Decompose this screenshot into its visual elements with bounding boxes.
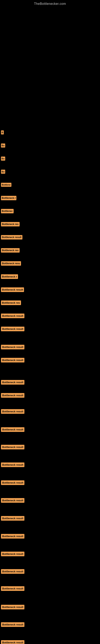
bottleneck-item: B bbox=[1, 130, 4, 134]
bottleneck-item: Bottleneck result bbox=[1, 345, 24, 349]
bottleneck-item: Bottleneck r bbox=[1, 274, 18, 279]
bottleneck-item: Bottleneck result bbox=[1, 622, 24, 627]
bottleneck-item: Bottleneck result bbox=[1, 235, 22, 240]
bottleneck-item: Bottleneck result bbox=[1, 586, 24, 591]
bottleneck-item: Bottlenec bbox=[1, 209, 14, 213]
bottleneck-item: Bottleneck res bbox=[1, 300, 21, 305]
bottleneck-item: Bottleneck result bbox=[1, 640, 24, 644]
bottleneck-item: Bottleneck result bbox=[1, 516, 24, 521]
bottleneck-item: Bottleneck r bbox=[1, 196, 16, 200]
bottleneck-item: Bo bbox=[1, 156, 5, 160]
bottleneck-item: Bottleneck result bbox=[1, 605, 24, 610]
bottleneck-item: Bottleneck result bbox=[1, 480, 24, 485]
bottleneck-item: Bottleneck result bbox=[1, 327, 24, 331]
bottleneck-item: Bottleneck resu bbox=[1, 261, 21, 266]
bottleneck-item: Bottleneck res bbox=[1, 248, 20, 252]
bottleneck-item: Bottleneck result bbox=[1, 380, 24, 384]
bottleneck-item: Bottleneck result bbox=[1, 314, 24, 318]
bottleneck-item: Bottlene bbox=[1, 183, 11, 187]
bottleneck-item: Bottleneck result bbox=[1, 393, 24, 398]
bottleneck-item: Bottleneck result bbox=[1, 498, 24, 503]
site-title: TheBottlenecker.com bbox=[0, 0, 100, 7]
bottleneck-item: Bottleneck result bbox=[1, 288, 24, 292]
bottleneck-item: Bottleneck result bbox=[1, 552, 24, 556]
bottleneck-item: Bottleneck result bbox=[1, 445, 24, 450]
bottleneck-item: Bottleneck result bbox=[1, 358, 24, 362]
bottleneck-item: Bottleneck result bbox=[1, 534, 24, 538]
bottleneck-item: Bottleneck result bbox=[1, 462, 24, 467]
bottleneck-item: Bottleneck result bbox=[1, 409, 24, 414]
bottleneck-item: Bottleneck result bbox=[1, 569, 24, 574]
bottleneck-item: Bo bbox=[1, 144, 5, 148]
bottleneck-item: Bo bbox=[1, 170, 5, 174]
bottleneck-item: Bottleneck res bbox=[1, 222, 20, 226]
bottleneck-item: Bottleneck result bbox=[1, 427, 24, 432]
